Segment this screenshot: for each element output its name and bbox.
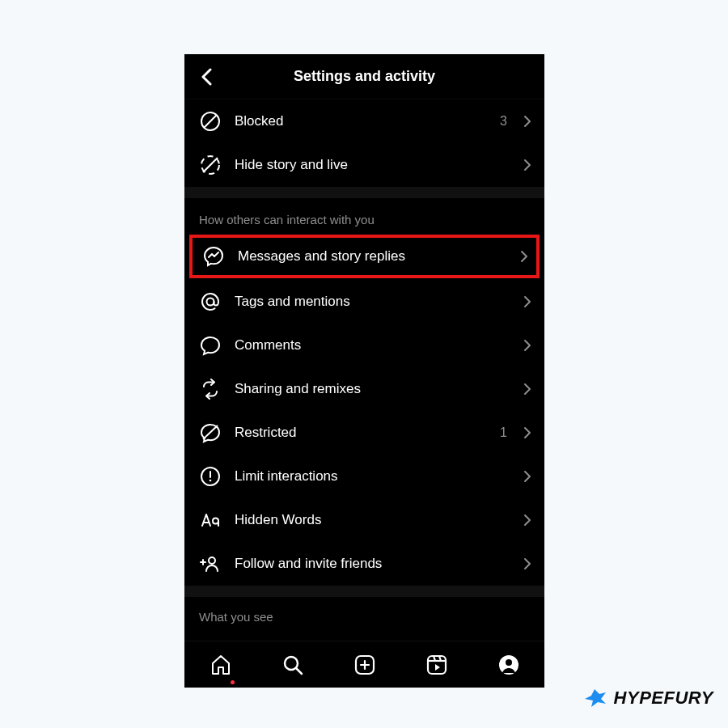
messenger-icon	[203, 246, 224, 267]
svg-point-10	[209, 557, 215, 564]
header-bar: Settings and activity	[184, 54, 544, 99]
chevron-right-icon	[523, 557, 531, 570]
settings-list[interactable]: Blocked 3 Hide story and live How others…	[184, 99, 544, 641]
highlight-annotation: Messages and story replies	[189, 235, 540, 278]
search-icon	[281, 654, 304, 676]
item-label: Follow and invite friends	[235, 556, 510, 572]
item-label: Comments	[235, 337, 510, 353]
nav-reels[interactable]	[419, 647, 455, 683]
nav-search[interactable]	[275, 647, 311, 683]
count-badge: 1	[500, 425, 507, 440]
settings-item-messages[interactable]: Messages and story replies	[193, 238, 536, 275]
chevron-right-icon	[523, 383, 531, 396]
settings-item-limit[interactable]: Limit interactions	[184, 455, 544, 498]
notification-dot	[231, 680, 235, 684]
settings-item-restricted[interactable]: Restricted 1	[184, 411, 544, 455]
settings-item-comments[interactable]: Comments	[184, 324, 544, 367]
at-icon	[200, 291, 221, 312]
chevron-right-icon	[523, 115, 531, 128]
item-label: Restricted	[235, 425, 487, 441]
settings-screen: Settings and activity Blocked 3 Hide sto…	[184, 54, 544, 688]
svg-point-23	[506, 659, 512, 666]
page-title: Settings and activity	[184, 68, 544, 85]
svg-rect-18	[428, 656, 446, 674]
svg-line-1	[205, 116, 217, 128]
profile-icon	[497, 654, 520, 676]
reels-icon	[425, 654, 448, 676]
section-divider	[184, 586, 544, 597]
chevron-right-icon	[523, 426, 531, 439]
svg-line-14	[296, 668, 302, 674]
chevron-right-icon	[523, 339, 531, 352]
remix-icon	[200, 379, 221, 400]
comment-icon	[200, 335, 221, 356]
section-header-interact: How others can interact with you	[184, 198, 544, 233]
chevron-right-icon	[523, 514, 531, 527]
plus-square-icon	[353, 654, 376, 676]
item-label: Blocked	[235, 113, 487, 129]
nav-create[interactable]	[347, 647, 383, 683]
bottom-nav	[184, 641, 544, 688]
item-label: Tags and mentions	[235, 294, 510, 310]
settings-item-tags[interactable]: Tags and mentions	[184, 280, 544, 324]
svg-line-3	[203, 158, 218, 172]
blocked-icon	[200, 111, 221, 132]
chevron-right-icon	[520, 250, 528, 263]
section-divider	[184, 187, 544, 198]
settings-item-hide-story[interactable]: Hide story and live	[184, 143, 544, 187]
chevron-right-icon	[523, 470, 531, 483]
home-icon	[210, 654, 232, 676]
nav-home[interactable]	[203, 647, 239, 683]
text-icon	[200, 510, 221, 531]
svg-point-4	[207, 298, 214, 306]
watermark-text: HYPEFURY	[614, 688, 713, 709]
item-label: Sharing and remixes	[235, 381, 510, 397]
chevron-right-icon	[523, 159, 531, 171]
settings-item-blocked[interactable]: Blocked 3	[184, 99, 544, 143]
chevron-right-icon	[523, 295, 531, 308]
count-badge: 3	[500, 114, 507, 129]
warning-icon	[200, 466, 221, 487]
item-label: Limit interactions	[235, 468, 510, 485]
add-user-icon	[200, 553, 221, 574]
section-header-what-you-see: What you see	[184, 597, 544, 630]
hide-story-icon	[200, 154, 221, 176]
nav-profile[interactable]	[491, 647, 527, 683]
hypefury-watermark: HYPEFURY	[583, 688, 713, 709]
chevron-left-icon	[201, 68, 214, 86]
restricted-icon	[200, 422, 221, 443]
hypefury-logo-icon	[583, 688, 607, 709]
settings-item-follow[interactable]: Follow and invite friends	[184, 542, 544, 586]
item-label: Hide story and live	[235, 157, 510, 173]
item-label: Messages and story replies	[238, 248, 507, 265]
back-button[interactable]	[193, 62, 222, 91]
settings-item-hidden-words[interactable]: Hidden Words	[184, 498, 544, 542]
item-label: Hidden Words	[235, 512, 510, 528]
settings-item-sharing[interactable]: Sharing and remixes	[184, 367, 544, 411]
svg-line-5	[203, 425, 218, 439]
svg-point-8	[210, 480, 212, 482]
